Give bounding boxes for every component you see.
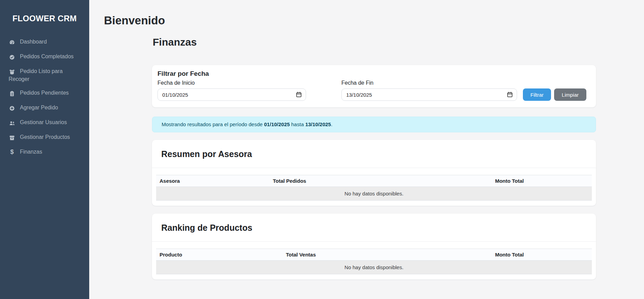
- end-date-input[interactable]: [341, 88, 517, 101]
- column-header: Monto Total: [492, 175, 592, 187]
- sidebar-item-label: Pedidos Completados: [20, 53, 74, 59]
- results-alert: Mostrando resultados para el período des…: [152, 117, 596, 132]
- start-date-input[interactable]: [157, 88, 306, 101]
- ranking-table: Producto Total Ventas Monto Total No hay…: [156, 249, 592, 274]
- sidebar-item-agregar-pedido[interactable]: Agregar Pedido: [0, 101, 89, 116]
- alert-text: hasta: [290, 121, 305, 127]
- finanzas-section: Finanzas Filtrar por Fecha Fecha de Inic…: [152, 36, 596, 279]
- plus-circle-icon: [9, 105, 15, 112]
- page-title: Bienvenido: [104, 14, 644, 27]
- table-header-row: Producto Total Ventas Monto Total: [156, 249, 592, 261]
- alert-start-date: 01/10/2025: [264, 121, 290, 127]
- sidebar-item-label: Agregar Pedido: [20, 105, 58, 110]
- end-date-label: Fecha de Fin: [341, 80, 517, 86]
- box-open-icon: [9, 69, 15, 76]
- summary-card-header: Resumen por Asesora: [152, 140, 596, 168]
- box-icon: [9, 135, 15, 142]
- sidebar-item-pedidos-completados[interactable]: Pedidos Completados: [0, 50, 89, 64]
- column-header: Asesora: [156, 175, 269, 187]
- end-date-field: Fecha de Fin: [341, 80, 517, 101]
- gauge-icon: [9, 39, 15, 46]
- summary-table: Asesora Total Pedidos Monto Total No hay…: [156, 175, 592, 201]
- filter-buttons: Filtrar Limpiar: [523, 88, 586, 101]
- empty-message: No hay datos disponibles.: [156, 187, 592, 201]
- column-header: Producto: [156, 249, 282, 261]
- filter-card: Filtrar por Fecha Fecha de Inicio: [152, 65, 596, 107]
- check-circle-icon: [9, 54, 15, 61]
- start-date-wrapper: [157, 88, 306, 101]
- sidebar-item-label: Dashboard: [20, 39, 47, 45]
- column-header: Total Pedidos: [269, 175, 492, 187]
- summary-card: Resumen por Asesora Asesora Total Pedido…: [152, 140, 596, 206]
- empty-message: No hay datos disponibles.: [156, 261, 592, 274]
- ranking-card-body: Producto Total Ventas Monto Total No hay…: [152, 242, 596, 279]
- filter-row: Fecha de Inicio: [157, 80, 590, 101]
- sidebar: FLOOWER CRM Dashboard: [0, 0, 89, 299]
- filter-button[interactable]: Filtrar: [523, 88, 551, 101]
- ranking-card-header: Ranking de Productos: [152, 214, 596, 242]
- calendar-icon[interactable]: [296, 92, 302, 98]
- start-date-field: Fecha de Inicio: [157, 80, 306, 101]
- clipboard-icon: [9, 91, 15, 97]
- alert-text: Mostrando resultados para el período des…: [162, 121, 264, 127]
- users-icon: [9, 120, 15, 127]
- sidebar-item-pedidos-pendientes[interactable]: Pedidos Pendientes: [0, 86, 89, 101]
- app-brand: FLOOWER CRM: [0, 0, 89, 23]
- column-header: Monto Total: [492, 249, 592, 261]
- clear-button[interactable]: Limpiar: [554, 88, 586, 101]
- sidebar-item-gestionar-usuarios[interactable]: Gestionar Usuarios: [0, 116, 89, 130]
- alert-text: .: [331, 121, 332, 127]
- end-date-wrapper: [341, 88, 517, 101]
- start-date-label: Fecha de Inicio: [157, 80, 306, 86]
- ranking-card: Ranking de Productos Producto Total Vent…: [152, 214, 596, 279]
- sidebar-item-finanzas[interactable]: $Finanzas: [0, 145, 89, 159]
- empty-table-row: No hay datos disponibles.: [156, 187, 592, 201]
- ranking-card-title: Ranking de Productos: [161, 223, 587, 233]
- sidebar-item-label: Pedidos Pendientes: [20, 90, 69, 96]
- calendar-icon[interactable]: [507, 92, 513, 98]
- empty-table-row: No hay datos disponibles.: [156, 261, 592, 274]
- dollar-icon: $: [9, 148, 15, 155]
- sidebar-item-pedido-listo-para-recoger[interactable]: Pedido Listo para Recoger: [0, 64, 89, 86]
- filter-card-title: Filtrar por Fecha: [157, 70, 590, 77]
- sidebar-item-label: Finanzas: [20, 149, 42, 155]
- column-header: Total Ventas: [282, 249, 492, 261]
- sidebar-item-gestionar-productos[interactable]: Gestionar Productos: [0, 130, 89, 145]
- section-title: Finanzas: [153, 36, 596, 48]
- alert-end-date: 13/10/2025: [305, 121, 331, 127]
- summary-card-title: Resumen por Asesora: [161, 149, 587, 159]
- sidebar-item-label: Pedido Listo para Recoger: [9, 68, 63, 82]
- summary-card-body: Asesora Total Pedidos Monto Total No hay…: [152, 168, 596, 206]
- main-content: Bienvenido Finanzas Filtrar por Fecha Fe…: [89, 0, 644, 299]
- sidebar-item-dashboard[interactable]: Dashboard: [0, 35, 89, 50]
- sidebar-item-label: Gestionar Productos: [20, 134, 70, 140]
- sidebar-nav: Dashboard Pedidos Completados Pedido Lis…: [0, 35, 89, 159]
- table-header-row: Asesora Total Pedidos Monto Total: [156, 175, 592, 187]
- sidebar-item-label: Gestionar Usuarios: [20, 119, 67, 125]
